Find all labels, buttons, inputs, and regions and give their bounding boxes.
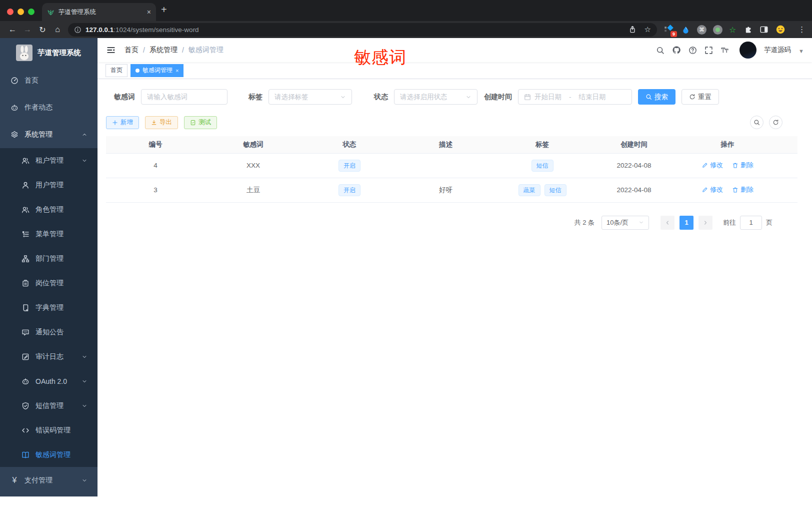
user-name[interactable]: 芋道源码 [764, 46, 791, 55]
status-filter-select[interactable]: 请选择启用状态 [394, 89, 478, 105]
tag-badge: 短信 [544, 184, 566, 196]
zoom-window-button[interactable] [28, 9, 34, 15]
word-filter-input[interactable] [147, 93, 222, 101]
tree-list-icon [22, 230, 30, 238]
total-count: 共 2 条 [574, 218, 594, 227]
next-page-button[interactable] [698, 216, 712, 230]
github-icon[interactable] [672, 46, 681, 55]
sidebar-item-user[interactable]: 用户管理 [0, 173, 98, 197]
chevron-left-icon [664, 220, 670, 226]
sidebar-item-post[interactable]: 岗位管理 [0, 271, 98, 295]
extension-drop-icon[interactable] [680, 25, 690, 35]
sidebar-item-oauth[interactable]: OAuth 2.0 [0, 369, 98, 393]
sidebar-item-home[interactable]: 首页 [0, 67, 98, 94]
reset-button-label: 重置 [698, 93, 712, 102]
navbar-actions: 芋道源码 ▼ [656, 42, 804, 59]
tab-label: 敏感词管理 [142, 66, 172, 75]
robot-icon [10, 104, 18, 112]
user-avatar[interactable] [740, 42, 756, 59]
delete-link[interactable]: 删除 [732, 161, 754, 170]
tab-home[interactable]: 首页 [106, 64, 128, 77]
sidebar-item-sms[interactable]: 短信管理 [0, 393, 98, 418]
breadcrumb-home[interactable]: 首页 [124, 46, 138, 55]
goto-label: 前往 [723, 218, 736, 227]
sidebar-menu: 首页 作者动态 系统管理 租户管理 用户管理 [0, 65, 98, 494]
id-badge-icon [22, 279, 30, 287]
chevron-down-icon [82, 378, 88, 384]
sidebar-item-audit-log[interactable]: 审计日志 [0, 344, 98, 369]
forward-icon[interactable]: → [20, 25, 35, 34]
edit-link[interactable]: 修改 [702, 161, 723, 170]
goto-page: 前往 页 [723, 216, 772, 230]
sidebar-item-label: 字典管理 [36, 303, 88, 312]
browser-tabstrip: 芋道管理系统 × + [0, 0, 812, 21]
site-info-icon[interactable] [74, 26, 82, 34]
tab-sensitive-word[interactable]: 敏感词管理 × [130, 64, 184, 77]
browser-tab[interactable]: 芋道管理系统 × [42, 3, 156, 21]
sidebar-item-role[interactable]: 角色管理 [0, 197, 98, 222]
toggle-search-button[interactable] [750, 116, 764, 129]
bookmark-star-icon[interactable]: ☆ [644, 25, 651, 34]
extension-star-icon[interactable]: ☆ [729, 25, 736, 35]
breadcrumb-current: 敏感词管理 [188, 46, 224, 55]
help-icon[interactable] [688, 46, 697, 55]
page-size-value: 10条/页 [606, 218, 638, 227]
back-icon[interactable]: ← [5, 25, 20, 34]
yen-icon: ¥ [10, 476, 18, 485]
tab-close-icon[interactable]: × [176, 68, 178, 74]
sidebar-item-menu[interactable]: 菜单管理 [0, 222, 98, 246]
caret-down-icon[interactable]: ▼ [798, 48, 804, 54]
sidebar-item-pay[interactable]: ¥ 支付管理 [0, 467, 98, 494]
extension-recorder-icon[interactable] [713, 25, 722, 35]
cell-status: 开启 [302, 178, 398, 202]
sidebar-item-notice[interactable]: 通知公告 [0, 320, 98, 344]
sidebar-item-sensitive-word[interactable]: 敏感词管理 [0, 442, 98, 467]
sidebar-item-system[interactable]: 系统管理 [0, 121, 98, 148]
sidebar-item-dict[interactable]: 字典管理 [0, 295, 98, 320]
sidebar-logo[interactable]: 芋道管理系统 [0, 40, 98, 65]
address-bar[interactable]: 127.0.0.1:1024/system/sensitive-word ☆ [68, 23, 657, 37]
breadcrumb-system[interactable]: 系统管理 [150, 46, 178, 55]
browser-chrome: 芋道管理系统 × + ← → ↻ ⌂ 127.0.0.1:1024/system… [0, 0, 812, 38]
sidebar-item-error-code[interactable]: 错误码管理 [0, 418, 98, 442]
tag-filter-select[interactable]: 请选择标签 [268, 89, 352, 105]
reload-icon[interactable]: ↻ [35, 25, 50, 35]
document-check-icon [190, 120, 196, 126]
reset-button[interactable]: 重置 [682, 89, 719, 105]
fullscreen-icon[interactable] [704, 46, 713, 55]
side-panel-icon[interactable] [759, 25, 769, 35]
date-range-picker[interactable]: 开始日期 - 结束日期 [518, 89, 632, 105]
goto-page-input[interactable] [740, 216, 762, 230]
sidebar-item-label: OAuth 2.0 [36, 377, 76, 385]
font-size-icon[interactable] [720, 46, 729, 55]
created-filter-label: 创建时间 [484, 93, 512, 102]
extension-command-icon[interactable]: ⌘ [697, 25, 706, 35]
collapse-sidebar-icon[interactable] [106, 46, 116, 55]
home-icon[interactable]: ⌂ [50, 25, 65, 34]
share-icon[interactable] [628, 26, 636, 34]
sidebar-item-dept[interactable]: 部门管理 [0, 246, 98, 271]
add-button[interactable]: 新增 [106, 116, 139, 129]
minimize-window-button[interactable] [18, 9, 24, 15]
page-size-select[interactable]: 10条/页 [602, 216, 649, 230]
tab-close-icon[interactable]: × [147, 8, 151, 16]
prev-page-button[interactable] [660, 216, 674, 230]
delete-link[interactable]: 删除 [732, 185, 754, 194]
refresh-table-button[interactable] [769, 116, 782, 129]
new-tab-button[interactable]: + [161, 4, 167, 16]
sidebar-item-tenant[interactable]: 租户管理 [0, 148, 98, 173]
cell-empty [778, 178, 798, 202]
edit-link[interactable]: 修改 [702, 185, 723, 194]
search-button[interactable]: 搜索 [638, 89, 676, 105]
close-window-button[interactable] [7, 9, 14, 15]
profile-avatar-icon[interactable] [776, 25, 786, 35]
current-page-button[interactable]: 1 [680, 216, 694, 230]
extensions-puzzle-icon[interactable] [742, 25, 752, 35]
col-description: 描述 [398, 136, 494, 153]
export-button[interactable]: 导出 [145, 116, 178, 129]
browser-menu-icon[interactable]: ⋮ [798, 25, 806, 34]
test-button[interactable]: 测试 [184, 116, 217, 129]
extension-kite-icon[interactable]: 9 [664, 25, 674, 35]
search-icon[interactable] [656, 46, 664, 55]
sidebar-item-author-news[interactable]: 作者动态 [0, 94, 98, 121]
